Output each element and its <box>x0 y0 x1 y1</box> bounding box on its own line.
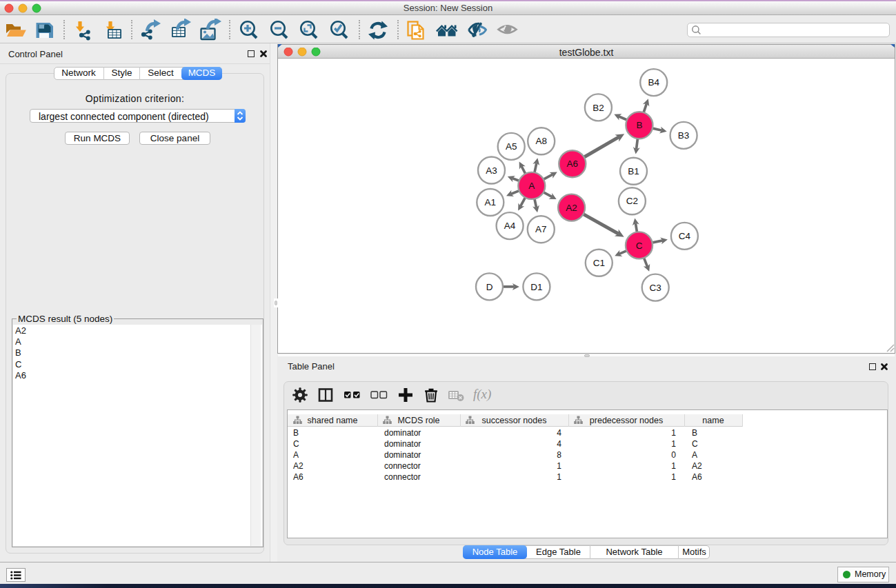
svg-text:A8: A8 <box>535 136 547 146</box>
svg-text:A7: A7 <box>535 224 547 234</box>
svg-text:D1: D1 <box>530 282 542 292</box>
svg-text:B: B <box>636 120 642 130</box>
svg-text:B4: B4 <box>648 77 659 88</box>
svg-text:A5: A5 <box>506 141 517 152</box>
svg-text:A1: A1 <box>485 197 497 207</box>
svg-text:A2: A2 <box>566 203 577 213</box>
svg-text:A6: A6 <box>567 159 579 169</box>
svg-text:C: C <box>636 241 643 251</box>
svg-text:B3: B3 <box>678 130 690 141</box>
svg-text:C1: C1 <box>593 258 605 268</box>
svg-text:A4: A4 <box>504 221 516 231</box>
svg-text:A3: A3 <box>486 165 497 176</box>
svg-text:C3: C3 <box>650 283 661 293</box>
svg-text:B1: B1 <box>628 166 639 176</box>
svg-text:C2: C2 <box>626 196 638 206</box>
svg-text:A: A <box>528 181 535 191</box>
svg-text:D: D <box>486 282 493 292</box>
svg-text:B2: B2 <box>593 103 604 113</box>
svg-text:C4: C4 <box>679 231 691 241</box>
